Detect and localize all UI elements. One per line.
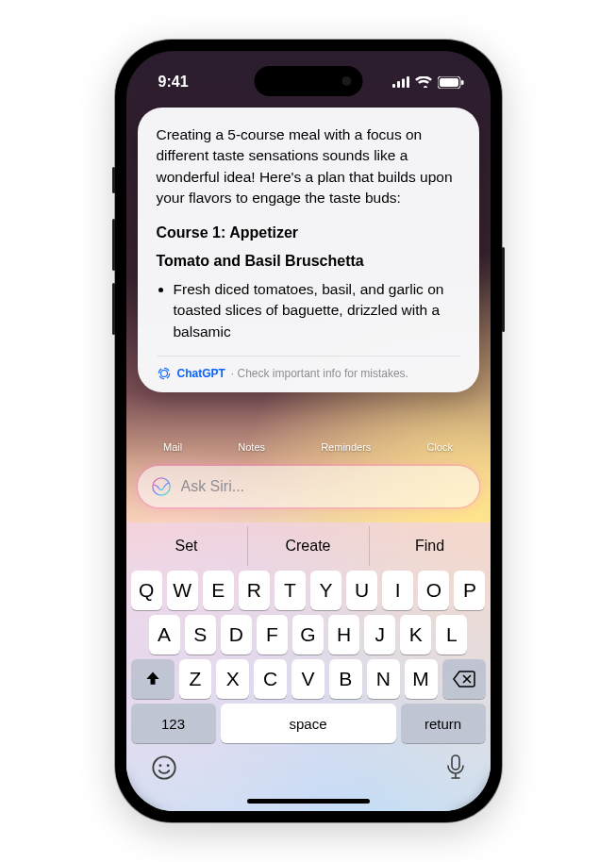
course-heading: Course 1: Appetizer <box>157 224 460 241</box>
key-l[interactable]: L <box>436 615 467 655</box>
backspace-key[interactable] <box>442 659 486 699</box>
provider-footer: ChatGPT · Check important info for mista… <box>157 356 460 381</box>
shift-icon <box>143 670 162 688</box>
keyboard: Set Create Find Q W E R T Y U I O P A S … <box>126 522 491 811</box>
space-key[interactable]: space <box>221 704 396 743</box>
key-row-3: Z X C V B N M <box>126 655 491 699</box>
dynamic-island <box>254 66 362 96</box>
clock-label: 9:41 <box>158 74 189 91</box>
svg-rect-1 <box>397 81 400 88</box>
key-v[interactable]: V <box>291 659 325 699</box>
svg-rect-5 <box>440 78 458 87</box>
suggestion-bar: Set Create Find <box>126 526 491 566</box>
suggestion-set[interactable]: Set <box>126 526 248 566</box>
dictation-key-icon[interactable] <box>445 754 466 781</box>
key-p[interactable]: P <box>454 571 485 610</box>
key-z[interactable]: Z <box>179 659 212 699</box>
dock-label-notes: Notes <box>238 441 265 453</box>
key-row-1: Q W E R T Y U I O P <box>126 566 491 610</box>
key-i[interactable]: I <box>382 571 413 610</box>
key-g[interactable]: G <box>292 615 324 655</box>
key-e[interactable]: E <box>203 571 234 610</box>
key-d[interactable]: D <box>221 615 252 655</box>
key-m[interactable]: M <box>405 659 438 699</box>
suggestion-find[interactable]: Find <box>370 526 491 566</box>
svg-rect-0 <box>392 84 395 88</box>
svg-rect-12 <box>452 755 459 770</box>
ingredient-item: Fresh diced tomatoes, basil, and garlic … <box>174 279 460 342</box>
key-w[interactable]: W <box>167 571 198 610</box>
dock-labels: Mail Notes Reminders Clock <box>126 441 491 453</box>
volume-up-button[interactable] <box>112 219 115 271</box>
chatgpt-icon <box>157 366 172 381</box>
svg-point-11 <box>166 764 169 767</box>
battery-icon <box>438 76 464 89</box>
dock-label-reminders: Reminders <box>321 441 371 453</box>
key-row-4: 123 space return <box>126 699 491 743</box>
siri-orb-icon <box>151 476 172 497</box>
key-x[interactable]: X <box>216 659 249 699</box>
svg-rect-3 <box>407 76 409 88</box>
shift-key[interactable] <box>131 659 175 699</box>
disclaimer-text: · Check important info for mistakes. <box>231 367 408 380</box>
key-h[interactable]: H <box>328 615 359 655</box>
key-row-2: A S D F G H J K L <box>126 610 491 655</box>
dish-name: Tomato and Basil Bruschetta <box>157 253 460 270</box>
siri-input-bar[interactable] <box>138 466 479 507</box>
key-f[interactable]: F <box>257 615 288 655</box>
key-c[interactable]: C <box>254 659 287 699</box>
volume-down-button[interactable] <box>112 283 115 335</box>
power-button[interactable] <box>502 247 505 332</box>
mute-switch[interactable] <box>112 167 115 193</box>
key-o[interactable]: O <box>418 571 449 610</box>
phone-frame: 9:41 Creating a 5-course meal with a foc… <box>115 40 502 822</box>
wifi-icon <box>415 76 432 88</box>
key-q[interactable]: Q <box>131 571 162 610</box>
numbers-key[interactable]: 123 <box>131 704 216 743</box>
dock-label-clock: Clock <box>426 441 453 453</box>
key-r[interactable]: R <box>239 571 270 610</box>
backspace-icon <box>453 671 475 688</box>
siri-response-card: Creating a 5-course meal with a focus on… <box>138 108 479 392</box>
keyboard-bottom-row <box>126 743 491 805</box>
response-intro: Creating a 5-course meal with a focus on… <box>157 124 460 209</box>
svg-point-9 <box>153 756 175 778</box>
ingredient-list: Fresh diced tomatoes, basil, and garlic … <box>174 279 460 342</box>
siri-text-input[interactable] <box>181 478 466 495</box>
key-b[interactable]: B <box>329 659 362 699</box>
cellular-icon <box>392 76 409 88</box>
screen: 9:41 Creating a 5-course meal with a foc… <box>126 51 491 811</box>
return-key[interactable]: return <box>401 704 486 743</box>
home-indicator[interactable] <box>247 799 370 804</box>
key-u[interactable]: U <box>346 571 377 610</box>
suggestion-create[interactable]: Create <box>248 526 370 566</box>
key-t[interactable]: T <box>275 571 306 610</box>
svg-point-10 <box>158 764 161 767</box>
svg-point-7 <box>160 371 167 377</box>
emoji-key-icon[interactable] <box>151 754 177 781</box>
key-y[interactable]: Y <box>310 571 341 610</box>
svg-rect-6 <box>461 80 464 85</box>
key-s[interactable]: S <box>185 615 216 655</box>
dock-label-mail: Mail <box>163 441 182 453</box>
svg-rect-2 <box>402 79 405 89</box>
key-k[interactable]: K <box>400 615 431 655</box>
key-n[interactable]: N <box>367 659 400 699</box>
svg-point-8 <box>152 478 169 495</box>
provider-name: ChatGPT <box>177 367 225 380</box>
key-j[interactable]: J <box>364 615 395 655</box>
key-a[interactable]: A <box>149 615 180 655</box>
